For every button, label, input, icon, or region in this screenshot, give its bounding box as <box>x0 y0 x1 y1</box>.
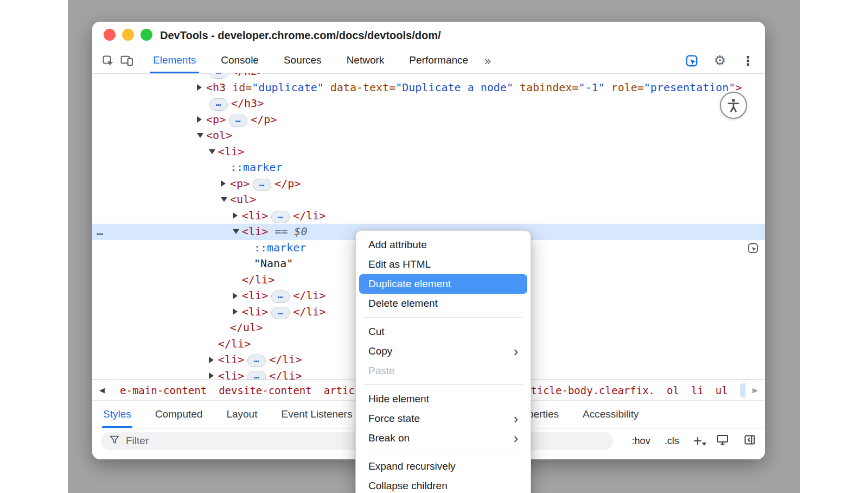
collapsed-content-pill[interactable]: … <box>247 355 266 367</box>
syntax-token: "Duplicate a node" <box>395 81 513 94</box>
dom-tree-row[interactable]: <li>…</li> <box>92 208 765 224</box>
menu-separator <box>363 317 523 318</box>
inspect-element-icon[interactable] <box>99 52 117 70</box>
syntax-token: role= <box>605 81 644 94</box>
minimize-button[interactable] <box>122 29 134 41</box>
close-button[interactable] <box>104 29 116 41</box>
dom-tree-row[interactable]: …</h2> <box>92 73 765 80</box>
syntax-token: <li> <box>218 369 244 380</box>
tab-elements[interactable]: Elements <box>152 48 197 73</box>
collapsed-content-pill[interactable]: … <box>229 115 247 127</box>
dom-tree-row[interactable]: <p>…</p> <box>92 176 765 192</box>
dom-tree-row[interactable]: <p>…</p> <box>92 112 765 128</box>
syntax-token: </li> <box>218 337 251 350</box>
menu-item-hide-element[interactable]: Hide element <box>359 389 527 409</box>
breadcrumb-item-rticle-body-clearfix[interactable]: rticle-body.clearfix. <box>525 384 655 396</box>
menu-item-add-attribute[interactable]: Add attribute <box>359 235 527 255</box>
menu-item-label: Expand recursively <box>368 460 518 472</box>
menu-item-collapse-children[interactable]: Collapse children <box>359 476 527 493</box>
disclosure-triangle-icon[interactable] <box>233 293 238 299</box>
toggle-element-state-button[interactable]: :hov <box>632 435 650 447</box>
syntax-token: </li> <box>269 369 302 380</box>
disclosure-triangle-icon[interactable] <box>233 212 238 219</box>
disclosure-triangle-icon[interactable] <box>221 197 227 202</box>
tab-event-listeners[interactable]: Event Listeners <box>281 401 352 428</box>
menu-item-duplicate-element[interactable]: Duplicate element <box>359 274 527 294</box>
toggle-sidebar-icon[interactable] <box>743 433 756 448</box>
disclosure-triangle-icon[interactable] <box>197 116 202 123</box>
collapsed-content-pill[interactable]: … <box>271 307 290 319</box>
element-classes-button[interactable]: .cls <box>665 435 679 447</box>
device-toolbar-icon[interactable] <box>117 52 136 70</box>
breadcrumb-item-li[interactable]: li <box>691 384 704 396</box>
breadcrumb-scroll-right-icon[interactable]: ▶ <box>745 380 765 400</box>
disclosure-triangle-icon[interactable] <box>221 180 226 187</box>
collapsed-content-pill[interactable]: … <box>253 179 271 191</box>
tab-sources[interactable]: Sources <box>283 48 323 73</box>
tab-accessibility[interactable]: Accessibility <box>583 401 639 428</box>
breadcrumb-item-devsite-content[interactable]: devsite-content <box>219 384 312 396</box>
tab-computed[interactable]: Computed <box>155 401 203 428</box>
node-options-dots-icon[interactable]: … <box>97 224 104 240</box>
disclosure-triangle-icon[interactable] <box>209 357 214 363</box>
disclosure-triangle-icon[interactable] <box>233 229 239 234</box>
dom-tree-row[interactable]: <h3 id="duplicate" data-text="Duplicate … <box>92 80 765 96</box>
disclosure-triangle-icon[interactable] <box>197 133 203 138</box>
more-tabs-icon[interactable]: » <box>484 49 492 73</box>
menu-item-break-on[interactable]: Break on› <box>359 428 527 448</box>
submenu-chevron-icon: › <box>514 409 518 428</box>
styles-toolbar-buttons: :hov .cls + <box>632 433 756 448</box>
menu-item-edit-as-html[interactable]: Edit as HTML <box>359 255 527 274</box>
syntax-token: ::marker <box>230 161 282 174</box>
disclosure-triangle-icon[interactable] <box>197 84 202 91</box>
display-icon[interactable] <box>716 433 729 448</box>
syntax-token: ::marker <box>254 241 306 254</box>
element-picker-icon[interactable] <box>682 52 701 70</box>
menu-item-label: Paste <box>368 365 518 377</box>
settings-gear-icon[interactable]: ⚙ <box>711 52 729 70</box>
dom-tree-row[interactable]: <li> <box>92 144 765 160</box>
menu-item-force-state[interactable]: Force state› <box>359 409 527 428</box>
menu-item-copy[interactable]: Copy› <box>359 342 527 361</box>
disclosure-triangle-icon[interactable] <box>233 308 238 315</box>
tab-styles[interactable]: Styles <box>103 401 131 428</box>
syntax-token: </li> <box>269 353 302 366</box>
breadcrumb-item-ul[interactable]: ul <box>716 384 728 396</box>
disclosure-triangle-icon[interactable] <box>209 372 214 379</box>
zoom-button[interactable] <box>141 29 152 41</box>
collapsed-content-pill[interactable]: … <box>209 98 228 111</box>
dom-tree-row[interactable]: <ul> <box>92 192 765 208</box>
collapsed-content-pill[interactable]: … <box>271 211 290 223</box>
syntax-token: $0 <box>294 225 307 238</box>
dom-tree-row[interactable]: ::marker <box>92 160 765 176</box>
accessibility-person-icon[interactable] <box>720 92 747 119</box>
collapsed-content-pill[interactable]: … <box>271 290 290 303</box>
menu-item-delete-element[interactable]: Delete element <box>359 294 527 313</box>
breadcrumb-item-li[interactable]: li <box>740 383 745 397</box>
menu-item-label: Delete element <box>368 298 518 309</box>
menu-item-expand-recursively[interactable]: Expand recursively <box>359 457 527 476</box>
tab-performance[interactable]: Performance <box>408 48 469 73</box>
breadcrumb-item-e-main-content[interactable]: e-main-content <box>120 384 207 396</box>
menu-item-cut[interactable]: Cut <box>359 322 527 342</box>
dom-tree-row[interactable]: …</h3> <box>92 96 765 112</box>
menu-item-label: Edit as HTML <box>368 258 518 270</box>
syntax-token: </ul> <box>230 321 263 334</box>
more-options-kebab-icon[interactable]: ⋮ <box>739 52 757 70</box>
syntax-token: </li> <box>293 209 326 222</box>
tab-console[interactable]: Console <box>220 48 260 73</box>
syntax-token: "-1" <box>578 81 604 94</box>
syntax-token: "presentation" <box>644 81 736 94</box>
menu-item-label: Cut <box>368 326 518 338</box>
collapsed-content-pill[interactable]: … <box>209 73 228 79</box>
collapsed-content-pill[interactable]: … <box>247 371 266 380</box>
tab-network[interactable]: Network <box>346 48 386 73</box>
disclosure-triangle-icon[interactable] <box>209 149 215 154</box>
breadcrumb-item-ol[interactable]: ol <box>667 384 679 396</box>
new-style-rule-button[interactable]: + <box>693 435 702 447</box>
tab-layout[interactable]: Layout <box>226 401 257 428</box>
breadcrumb-scroll-left-icon[interactable]: ◀ <box>92 380 112 400</box>
filter-placeholder: Filter <box>126 435 149 447</box>
dom-tree-row[interactable]: <ol> <box>92 128 765 144</box>
filter-funnel-icon <box>108 434 120 448</box>
